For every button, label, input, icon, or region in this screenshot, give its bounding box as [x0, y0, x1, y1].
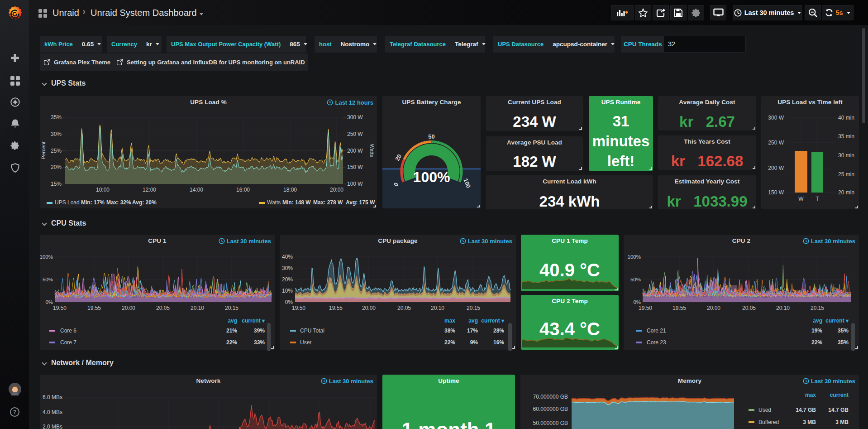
svg-text:20 min: 20 min [838, 189, 854, 196]
svg-text:20:00: 20:00 [362, 305, 376, 311]
svg-text:50: 50 [428, 133, 434, 140]
svg-text:250 W: 250 W [347, 131, 363, 137]
svg-text:20:10: 20:10 [431, 305, 444, 311]
svg-text:19:55: 19:55 [672, 305, 686, 311]
svg-text:20:10: 20:10 [776, 305, 790, 311]
svg-text:20%: 20% [282, 276, 293, 283]
svg-text:30%: 30% [282, 265, 293, 271]
svg-text:19:55: 19:55 [87, 305, 101, 311]
svg-text:19:50: 19:50 [292, 305, 305, 311]
svg-text:20:15: 20:15 [225, 305, 238, 311]
svg-text:15%: 15% [51, 181, 62, 187]
svg-text:20:00: 20:00 [707, 305, 720, 311]
svg-text:50%: 50% [630, 277, 641, 282]
svg-text:Percent: Percent [41, 141, 46, 159]
svg-text:200 W: 200 W [347, 148, 363, 154]
svg-text:16:00: 16:00 [236, 187, 250, 193]
svg-text:150 W: 150 W [347, 164, 363, 170]
svg-text:12:00: 12:00 [143, 187, 156, 193]
svg-text:2.0 MBs: 2.0 MBs [43, 424, 62, 429]
svg-text:20:10: 20:10 [191, 305, 204, 311]
svg-text:200 W: 200 W [768, 165, 784, 171]
svg-text:40%: 40% [282, 254, 293, 260]
svg-text:40 min: 40 min [838, 115, 854, 121]
svg-text:30 min: 30 min [838, 152, 854, 159]
svg-text:30%: 30% [51, 131, 62, 137]
svg-text:60.000000 GB: 60.000000 GB [533, 406, 568, 412]
svg-text:0%: 0% [633, 299, 641, 305]
svg-text:20:15: 20:15 [811, 305, 824, 311]
svg-text:35 min: 35 min [838, 133, 854, 140]
svg-text:14:00: 14:00 [190, 187, 203, 193]
svg-text:250 W: 250 W [768, 140, 784, 146]
svg-text:20%: 20% [51, 164, 62, 170]
svg-text:20:15: 20:15 [467, 305, 480, 311]
svg-text:35%: 35% [51, 114, 62, 121]
svg-text:20:05: 20:05 [397, 305, 411, 311]
svg-text:4.0 MBs: 4.0 MBs [43, 409, 62, 415]
svg-text:T: T [816, 196, 819, 202]
svg-text:6.0 MBs: 6.0 MBs [43, 394, 62, 400]
svg-text:20:00: 20:00 [122, 305, 135, 311]
svg-text:0%: 0% [45, 299, 53, 305]
svg-text:50%: 50% [43, 277, 53, 282]
svg-text:150 W: 150 W [768, 189, 784, 196]
svg-text:100 W: 100 W [347, 181, 363, 187]
svg-text:18:00: 18:00 [283, 187, 297, 193]
svg-text:19:50: 19:50 [639, 305, 652, 311]
svg-text:19:50: 19:50 [53, 305, 67, 311]
svg-text:0%: 0% [285, 299, 293, 305]
svg-text:10%: 10% [282, 288, 293, 294]
svg-text:100%: 100% [628, 254, 641, 260]
svg-text:10:00: 10:00 [96, 187, 110, 193]
svg-text:19:55: 19:55 [329, 305, 343, 311]
svg-text:100%: 100% [413, 169, 450, 185]
svg-text:20:05: 20:05 [156, 305, 170, 311]
svg-text:20:05: 20:05 [742, 305, 756, 311]
svg-text:300 W: 300 W [347, 114, 363, 121]
svg-text:100%: 100% [40, 254, 53, 260]
svg-text:70.000000 GB: 70.000000 GB [533, 394, 568, 400]
svg-text:W: W [798, 196, 804, 202]
svg-text:Watts: Watts [369, 144, 375, 157]
svg-text:50.000000 GB: 50.000000 GB [533, 420, 568, 426]
svg-text:25%: 25% [51, 148, 62, 154]
svg-text:20:00: 20:00 [330, 187, 343, 193]
svg-text:25 min: 25 min [838, 171, 854, 178]
svg-text:300 W: 300 W [768, 115, 784, 121]
svg-text:20: 20 [394, 153, 403, 162]
